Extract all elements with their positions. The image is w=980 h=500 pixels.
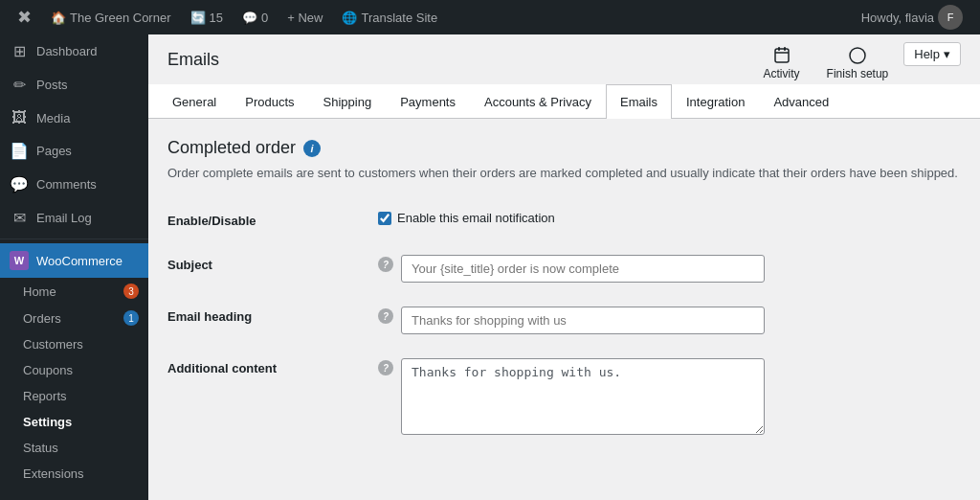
sidebar-label-posts: Posts	[36, 78, 68, 92]
sidebar-item-posts[interactable]: ✏ Posts	[0, 68, 148, 102]
tab-shipping[interactable]: Shipping	[309, 84, 387, 119]
finish-setup-label: Finish setup	[827, 67, 889, 80]
tab-emails[interactable]: Emails	[606, 84, 672, 119]
subject-input[interactable]	[401, 255, 765, 283]
svg-rect-0	[775, 49, 789, 62]
sub-label-reports: Reports	[23, 389, 67, 403]
email-heading-input[interactable]	[401, 307, 765, 334]
section-container: Completed order i Order complete emails …	[148, 138, 980, 466]
sidebar-item-status[interactable]: Status	[0, 435, 148, 461]
table-row: Subject ?	[167, 243, 961, 295]
dashboard-icon: ⊞	[10, 42, 29, 60]
tab-general[interactable]: General	[158, 84, 231, 119]
field-label-enable: Enable/Disable	[167, 199, 378, 243]
tab-advanced[interactable]: Advanced	[759, 84, 843, 119]
sidebar: ⊞ Dashboard ✏ Posts 🖼 Media 📄 Pages 💬 Co…	[0, 34, 148, 500]
adminbar-translate[interactable]: 🌐 Translate Site	[332, 0, 447, 34]
sidebar-item-comments[interactable]: 💬 Comments	[0, 168, 148, 201]
sidebar-item-media[interactable]: 🖼 Media	[0, 102, 148, 134]
sidebar-item-settings[interactable]: Settings	[0, 409, 148, 435]
translate-label: Translate Site	[361, 11, 437, 25]
adminbar-user[interactable]: Howdy, flavia F	[852, 0, 972, 34]
updates-icon: 🔄	[190, 11, 206, 25]
home-badge: 3	[123, 284, 139, 299]
chevron-down-icon: ▾	[944, 47, 950, 61]
sidebar-separator	[0, 239, 148, 239]
comments-icon: 💬	[10, 175, 29, 193]
woo-submenu: Home 3 Orders 1 Customers Coupons Report…	[0, 278, 148, 487]
sidebar-item-home[interactable]: Home 3	[0, 278, 148, 305]
tab-integration[interactable]: Integration	[672, 84, 759, 119]
email-log-icon: ✉	[10, 209, 29, 227]
help-button[interactable]: Help ▾	[903, 42, 961, 66]
adminbar-site[interactable]: 🏠 The Green Corner	[41, 0, 181, 34]
sidebar-item-woocommerce[interactable]: W WooCommerce	[0, 243, 148, 278]
sub-label-home: Home	[23, 284, 56, 299]
tab-products[interactable]: Products	[231, 84, 308, 119]
help-label: Help	[914, 47, 940, 61]
field-label-email-heading: Email heading	[167, 295, 378, 347]
tab-accounts-privacy[interactable]: Accounts & Privacy	[470, 84, 606, 119]
sidebar-item-pages[interactable]: 📄 Pages	[0, 134, 148, 168]
form-table: Enable/Disable Enable this email notific…	[167, 199, 961, 447]
activity-icon	[772, 46, 791, 65]
adminbar-updates[interactable]: 🔄 15	[181, 0, 233, 34]
media-icon: 🖼	[10, 109, 29, 126]
sidebar-label-pages: Pages	[36, 144, 72, 158]
woo-icon: W	[10, 251, 29, 270]
email-heading-help-icon[interactable]: ?	[378, 308, 393, 324]
table-row: Enable/Disable Enable this email notific…	[167, 199, 961, 243]
section-header: Completed order i	[167, 138, 961, 158]
main-layout: ⊞ Dashboard ✏ Posts 🖼 Media 📄 Pages 💬 Co…	[0, 34, 980, 500]
sub-label-customers: Customers	[23, 337, 83, 352]
table-row: Email heading ?	[167, 295, 961, 347]
tab-payments[interactable]: Payments	[386, 84, 470, 119]
wp-icon: ✖	[17, 7, 32, 28]
subject-help-icon[interactable]: ?	[378, 257, 393, 272]
enable-checkbox[interactable]	[378, 212, 391, 225]
additional-content-field-row: ? Thanks for shopping with us.	[378, 358, 961, 435]
section-title: Completed order	[167, 138, 296, 158]
sidebar-item-coupons[interactable]: Coupons	[0, 357, 148, 383]
section-description: Order complete emails are sent to custom…	[167, 166, 961, 180]
enable-checkbox-label[interactable]: Enable this email notification	[378, 211, 961, 225]
finish-setup-icon	[848, 46, 867, 65]
table-row: Additional content ? Thanks for shopping…	[167, 347, 961, 447]
updates-count: 15	[210, 11, 223, 25]
additional-content-textarea[interactable]: Thanks for shopping with us.	[401, 358, 765, 435]
sidebar-item-customers[interactable]: Customers	[0, 331, 148, 357]
user-avatar: F	[938, 5, 963, 30]
finish-setup-button[interactable]: Finish setup	[815, 42, 901, 84]
field-label-subject: Subject	[167, 243, 378, 295]
comments-icon: 💬	[242, 11, 257, 25]
content-area: Emails Activity Finish setup	[148, 34, 980, 500]
section-info-icon[interactable]: i	[303, 140, 321, 157]
activity-button[interactable]: Activity	[752, 42, 812, 84]
additional-content-help-icon[interactable]: ?	[378, 360, 393, 375]
enable-checkbox-text: Enable this email notification	[397, 211, 555, 225]
posts-icon: ✏	[10, 76, 29, 94]
content-topbar: Emails Activity Finish setup	[148, 34, 980, 84]
adminbar-new[interactable]: + New	[278, 0, 332, 34]
sub-label-orders: Orders	[23, 311, 61, 326]
sidebar-label-email-log: Email Log	[36, 211, 92, 225]
sub-label-status: Status	[23, 441, 58, 455]
sidebar-item-reports[interactable]: Reports	[0, 383, 148, 409]
adminbar-logo[interactable]: ✖	[8, 0, 41, 34]
sub-label-coupons: Coupons	[23, 363, 73, 377]
field-cell-subject: ?	[378, 243, 961, 295]
translate-icon: 🌐	[342, 11, 357, 25]
email-heading-field-row: ?	[378, 307, 961, 334]
sidebar-item-extensions[interactable]: Extensions	[0, 461, 148, 487]
adminbar-comments[interactable]: 💬 0	[233, 0, 278, 34]
adminbar-right: Howdy, flavia F	[852, 0, 972, 34]
activity-label: Activity	[764, 67, 800, 80]
sidebar-item-email-log[interactable]: ✉ Email Log	[0, 201, 148, 235]
page-title: Emails	[167, 42, 219, 70]
sidebar-item-orders[interactable]: Orders 1	[0, 305, 148, 331]
sidebar-item-dashboard[interactable]: ⊞ Dashboard	[0, 34, 148, 68]
howdy-text: Howdy, flavia	[861, 11, 934, 25]
svg-point-3	[850, 48, 865, 63]
woo-label: WooCommerce	[36, 254, 122, 268]
field-cell-additional-content: ? Thanks for shopping with us.	[378, 347, 961, 447]
